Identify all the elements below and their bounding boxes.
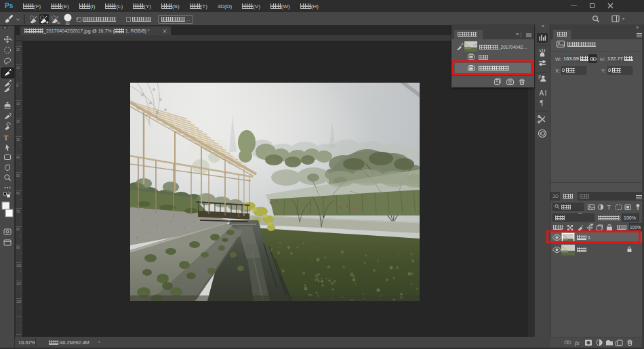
svg-text:¶: ¶ <box>540 99 544 106</box>
svg-text:40: 40 <box>16 156 20 159</box>
svg-text:10: 10 <box>16 66 20 70</box>
svg-text:100: 100 <box>16 264 22 268</box>
svg-text:T: T <box>4 134 9 142</box>
svg-text:fx: fx <box>575 340 580 346</box>
svg-text:120: 120 <box>16 300 22 304</box>
svg-text:10: 10 <box>16 102 20 106</box>
svg-text:70: 70 <box>16 210 20 213</box>
svg-text:T: T <box>607 204 611 211</box>
svg-text:20: 20 <box>16 120 20 123</box>
svg-text:0: 0 <box>16 84 18 87</box>
svg-text:30: 30 <box>16 138 20 142</box>
svg-text:80: 80 <box>16 228 20 231</box>
svg-text:A: A <box>540 89 544 97</box>
svg-text:50: 50 <box>16 174 20 178</box>
svg-text:110: 110 <box>16 282 22 285</box>
svg-text:90: 90 <box>16 246 20 249</box>
svg-text:60: 60 <box>16 192 20 195</box>
svg-text:20: 20 <box>16 48 20 52</box>
svg-text:30: 30 <box>66 22 70 26</box>
